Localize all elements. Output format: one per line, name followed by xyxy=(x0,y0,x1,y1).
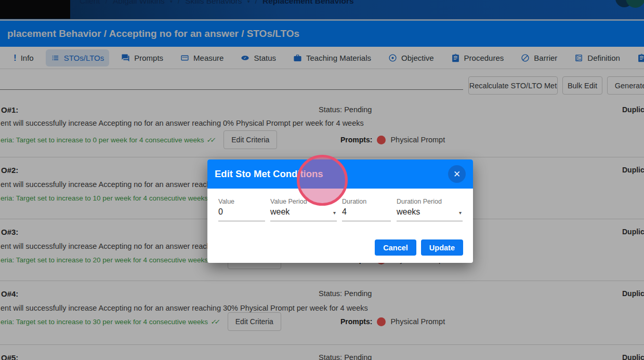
update-button[interactable]: Update xyxy=(421,239,463,256)
modal-actions: Cancel Update xyxy=(375,239,463,256)
duration-period-select[interactable]: Duration Period weeks ▾ xyxy=(397,189,463,225)
field-value[interactable]: weeks xyxy=(397,207,420,217)
chevron-down-icon[interactable]: ▾ xyxy=(459,210,462,216)
value-field[interactable]: Value 0 xyxy=(218,189,265,225)
field-label: Duration xyxy=(342,198,366,205)
field-value[interactable]: week xyxy=(270,207,290,217)
field-underline xyxy=(342,221,391,221)
duration-field[interactable]: Duration 4 xyxy=(342,189,391,225)
annotation-highlight-circle xyxy=(297,155,348,206)
field-value[interactable]: 4 xyxy=(342,207,347,217)
field-underline xyxy=(397,221,463,221)
chevron-down-icon[interactable]: ▾ xyxy=(333,210,336,216)
field-label: Duration Period xyxy=(397,198,442,205)
modal-body: Value 0 Value Period week ▾ Duration 4 D… xyxy=(207,189,473,263)
close-icon[interactable]: ✕ xyxy=(448,165,466,183)
field-underline xyxy=(218,221,265,221)
field-value[interactable]: 0 xyxy=(218,207,223,217)
field-label: Value xyxy=(218,198,234,205)
cancel-button[interactable]: Cancel xyxy=(375,239,416,256)
field-underline xyxy=(270,221,337,221)
field-label: Value Period xyxy=(270,198,307,205)
